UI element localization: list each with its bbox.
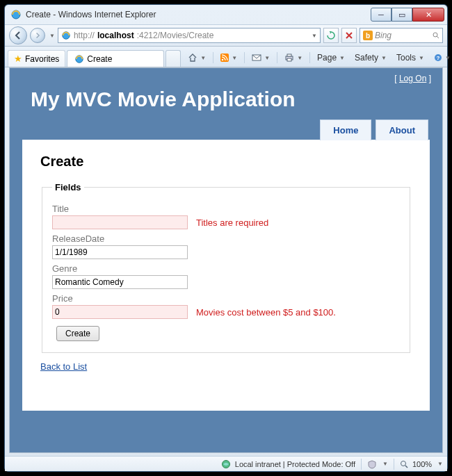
- status-bar: Local intranet | Protected Mode: Off ▼ 1…: [5, 456, 447, 471]
- price-error: Movies cost between $5 and $100.: [196, 307, 336, 318]
- favorites-button[interactable]: ★ Favorites: [8, 50, 65, 67]
- nav-history-dropdown[interactable]: ▼: [49, 33, 55, 39]
- protected-mode-dropdown[interactable]: ▼: [382, 461, 388, 467]
- search-placeholder: Bing: [375, 31, 392, 40]
- svg-point-5: [222, 59, 224, 61]
- price-label: Price: [52, 293, 400, 304]
- app-title: My MVC Movie Application: [10, 68, 442, 120]
- feeds-button[interactable]: ▼: [216, 50, 241, 65]
- window-chrome: Create - Windows Internet Explorer ─ ▭ ✕…: [4, 4, 448, 472]
- fieldset-legend: Fields: [52, 182, 84, 192]
- svg-point-13: [401, 461, 405, 466]
- safety-menu[interactable]: Safety▼: [350, 50, 391, 65]
- address-bar[interactable]: http://localhost:4212/Movies/Create ▼: [58, 28, 321, 43]
- star-icon: ★: [14, 54, 22, 64]
- page-body: Create Fields Title Titles are required …: [22, 140, 430, 411]
- address-toolbar: ▼ http://localhost:4212/Movies/Create ▼ …: [5, 24, 447, 47]
- search-box[interactable]: b Bing: [360, 28, 443, 43]
- releasedate-input[interactable]: [52, 245, 188, 259]
- svg-rect-8: [287, 54, 291, 56]
- help-button[interactable]: ? ▼: [430, 50, 452, 65]
- home-button[interactable]: ▼: [184, 50, 210, 65]
- title-input[interactable]: [52, 215, 188, 229]
- zoom-icon[interactable]: [400, 460, 408, 468]
- tab-create[interactable]: Create: [67, 50, 164, 67]
- page-heading: Create: [40, 154, 412, 170]
- window-title: Create - Windows Internet Explorer: [26, 10, 371, 19]
- url-host: localhost: [97, 31, 134, 40]
- window-buttons: ─ ▭ ✕: [371, 8, 444, 22]
- svg-rect-9: [287, 58, 291, 61]
- svg-rect-4: [220, 54, 229, 62]
- releasedate-label: ReleaseDate: [52, 233, 400, 244]
- svg-text:?: ?: [436, 55, 439, 61]
- genre-label: Genre: [52, 263, 400, 274]
- mail-button[interactable]: ▼: [248, 50, 274, 65]
- price-input[interactable]: [52, 305, 188, 319]
- zone-icon: [221, 459, 231, 469]
- back-button[interactable]: [9, 26, 27, 44]
- command-bar: ▼ ▼ ▼ ▼ Page▼ Safety▼: [184, 49, 452, 66]
- titlebar: Create - Windows Internet Explorer ─ ▭ ✕: [5, 5, 447, 24]
- bing-icon: b: [363, 31, 373, 40]
- tab-title: Create: [87, 54, 112, 64]
- create-button[interactable]: Create: [56, 326, 99, 341]
- protected-mode-icon[interactable]: [367, 459, 377, 469]
- favorites-label: Favorites: [25, 54, 59, 64]
- stop-button[interactable]: [341, 28, 357, 43]
- app-nav: Home About: [10, 120, 442, 140]
- title-label: Title: [52, 204, 400, 214]
- tab-bar: ★ Favorites Create ▼ ▼ ▼: [5, 47, 447, 67]
- title-error: Titles are required: [196, 218, 268, 228]
- minimize-button[interactable]: ─: [371, 8, 392, 22]
- page-favicon: [61, 31, 71, 40]
- viewport: [ Log On ] My MVC Movie Application Home…: [9, 67, 443, 453]
- fields-fieldset: Fields Title Titles are required Release…: [42, 182, 410, 353]
- page-menu[interactable]: Page▼: [313, 50, 349, 65]
- security-zone: Local intranet | Protected Mode: Off: [235, 460, 355, 468]
- nav-about[interactable]: About: [376, 120, 428, 140]
- genre-input[interactable]: [52, 275, 188, 289]
- tools-menu[interactable]: Tools▼: [392, 50, 428, 65]
- ie-icon: [10, 9, 22, 20]
- url-scheme: http://: [74, 31, 95, 40]
- zoom-dropdown[interactable]: ▼: [437, 461, 443, 467]
- nav-home[interactable]: Home: [320, 120, 371, 140]
- maximize-button[interactable]: ▭: [392, 8, 412, 22]
- logon-link[interactable]: Log On: [399, 74, 426, 83]
- new-tab-button[interactable]: [166, 50, 181, 67]
- logon-area: [ Log On ]: [394, 74, 431, 83]
- close-button[interactable]: ✕: [412, 8, 444, 22]
- zoom-level[interactable]: 100%: [412, 460, 432, 468]
- search-go-icon[interactable]: [433, 32, 439, 39]
- refresh-button[interactable]: [323, 28, 339, 43]
- tab-favicon: [74, 54, 84, 64]
- address-history-dropdown[interactable]: ▼: [312, 33, 317, 39]
- url-path: :4212/Movies/Create: [137, 31, 214, 40]
- back-to-list-link[interactable]: Back to List: [40, 361, 87, 372]
- forward-button[interactable]: [30, 28, 45, 43]
- print-button[interactable]: ▼: [280, 50, 307, 65]
